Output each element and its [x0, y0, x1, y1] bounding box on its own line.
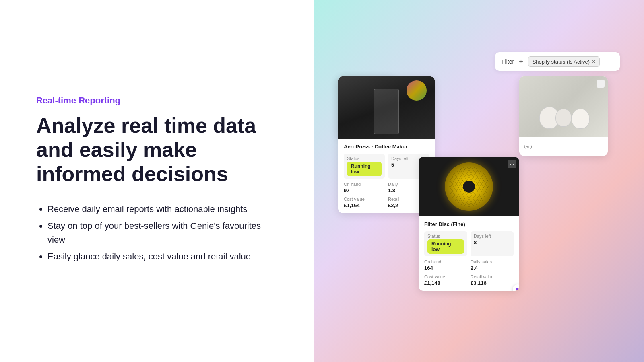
- aeropress-on-hand: On hand 97: [344, 182, 385, 193]
- card-ceramic[interactable]: ⋯ (en): [519, 76, 608, 156]
- aeropress-title: AeroPress - Coffee Maker: [344, 144, 429, 150]
- filter-on-hand-value: 164: [424, 265, 467, 271]
- filter-days-label: Days left: [474, 234, 510, 239]
- cursor-dot: [516, 288, 519, 291]
- left-panel: Real-time Reporting Analyze real time da…: [0, 0, 314, 362]
- aeropress-status-box: Status Running low: [344, 154, 385, 179]
- filter-retail-label: Retail value: [471, 274, 514, 279]
- aeropress-image: [338, 76, 435, 139]
- cursor-indicator: [513, 284, 519, 291]
- filter-days-box: Days left 8: [471, 231, 514, 256]
- aeropress-on-hand-label: On hand: [344, 182, 385, 187]
- filter-daily: Daily sales 2.4: [471, 259, 514, 271]
- bullet-list: Receive daily email reports with actiona…: [36, 202, 278, 267]
- right-panel: Filter + Shopify status (Is Active) × Ae…: [314, 0, 644, 362]
- aeropress-stats: On hand 97 Daily 1.8 Cost value £1,164: [344, 182, 429, 208]
- aeropress-status-row: Status Running low Days left 5: [344, 154, 429, 179]
- aeropress-status-value: Running low: [347, 162, 382, 176]
- filter-stats: On hand 164 Daily sales 2.4 Cost value £…: [424, 259, 514, 286]
- section-label: Real-time Reporting: [36, 95, 278, 106]
- disc-outer: [445, 162, 493, 211]
- filter-title: Filter Disc (Fine): [424, 221, 514, 227]
- aeropress-on-hand-value: 97: [344, 187, 385, 193]
- filter-label: Filter: [502, 58, 514, 65]
- cards-area: AeroPress - Coffee Maker Status Running …: [338, 76, 620, 318]
- cup-shape-3: [572, 109, 590, 129]
- bullet-item-1: Receive daily email reports with actiona…: [47, 202, 278, 216]
- filter-cost: Cost value £1,148: [424, 274, 467, 286]
- disc-inner: [463, 181, 475, 193]
- aeropress-accent: [407, 80, 427, 101]
- aeropress-cost-value: £1,164: [344, 202, 385, 208]
- filter-image: ⋯: [419, 157, 519, 216]
- bullet-item-3: Easily glance daily sales, cost value an…: [47, 250, 278, 263]
- filter-retail-value: £3,116: [471, 280, 514, 286]
- filter-corner-button[interactable]: ⋯: [508, 160, 516, 168]
- filter-card-body: Filter Disc (Fine) Status Running low Da…: [419, 216, 519, 291]
- filter-on-hand: On hand 164: [424, 259, 467, 271]
- cup-shape-2: [555, 109, 572, 127]
- filter-bar: Filter + Shopify status (Is Active) ×: [495, 52, 620, 71]
- filter-plus-button[interactable]: +: [519, 58, 523, 66]
- aeropress-status-label: Status: [347, 156, 382, 161]
- aeropress-cost-label: Cost value: [344, 197, 385, 202]
- filter-cost-value: £1,148: [424, 280, 467, 286]
- filter-status-value: Running low: [427, 239, 464, 254]
- card-filter[interactable]: ⋯ Filter Disc (Fine) Status Running low: [419, 157, 519, 291]
- ceramic-card-body: (en): [519, 137, 608, 156]
- aeropress-cost: Cost value £1,164: [344, 197, 385, 208]
- filter-close-button[interactable]: ×: [592, 58, 595, 65]
- filter-badge[interactable]: Shopify status (Is Active) ×: [528, 56, 600, 67]
- filter-daily-label: Daily sales: [471, 259, 514, 264]
- filter-days-value: 8: [474, 239, 510, 245]
- filter-status-box: Status Running low: [424, 231, 467, 256]
- filter-retail: Retail value £3,116: [471, 274, 514, 286]
- ceramic-corner-button[interactable]: ⋯: [597, 80, 605, 88]
- bullet-item-2: Stay on top of your best-sellers with Ge…: [47, 219, 278, 247]
- main-heading: Analyze real time data and easily make i…: [36, 114, 278, 186]
- filter-daily-value: 2.4: [471, 265, 514, 271]
- filter-on-hand-label: On hand: [424, 259, 467, 264]
- filter-status-row: Status Running low Days left 8: [424, 231, 514, 256]
- ceramic-image: ⋯: [519, 76, 608, 137]
- filter-status-label: Status: [427, 234, 464, 239]
- ceramic-partial-text: (en): [524, 144, 603, 149]
- filter-cost-label: Cost value: [424, 274, 467, 279]
- dashboard: Filter + Shopify status (Is Active) × Ae…: [338, 52, 620, 318]
- filter-badge-text: Shopify status (Is Active): [533, 59, 590, 65]
